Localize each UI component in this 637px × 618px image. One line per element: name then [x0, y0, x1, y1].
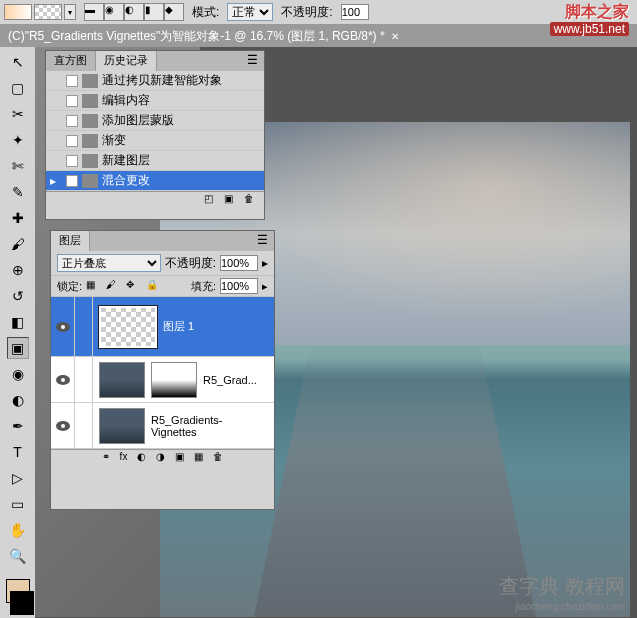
gradient-preview-group: ▾ — [4, 4, 76, 20]
close-tab-icon[interactable]: ✕ — [391, 31, 399, 42]
history-item[interactable]: 添加图层蒙版 — [46, 111, 264, 131]
path-tool[interactable]: ▷ — [7, 467, 29, 489]
layer-mask-thumbnail[interactable] — [151, 362, 197, 398]
lock-all-icon[interactable]: 🔒 — [146, 279, 162, 293]
history-item[interactable]: 渐变 — [46, 131, 264, 151]
trash-icon[interactable]: 🗑 — [244, 193, 260, 207]
gradient-type-buttons: ▬ ◉ ◐ ▮ ◆ — [84, 3, 184, 21]
document-tab[interactable]: (C)"R5_Gradients Vignettes"为智能对象-1 @ 16.… — [0, 25, 637, 47]
gradient-picker-dropdown[interactable]: ▾ — [64, 4, 76, 20]
hand-tool[interactable]: ✋ — [7, 519, 29, 541]
layers-footer: ⚭ fx ◐ ◑ ▣ ▦ 🗑 — [51, 449, 274, 467]
layers-list: 图层 1 R5_Grad... R5_Gradients-Vignettes — [51, 297, 274, 449]
tools-panel: ↖ ▢ ✂ ✦ ✄ ✎ ✚ 🖌 ⊕ ↺ ◧ ▣ ◉ ◐ ✒ T ▷ ▭ ✋ 🔍 — [0, 47, 35, 618]
history-brush-tool[interactable]: ↺ — [7, 285, 29, 307]
stamp-tool[interactable]: ⊕ — [7, 259, 29, 281]
visibility-icon[interactable] — [56, 421, 70, 431]
layer-fx-icon[interactable]: fx — [120, 451, 128, 466]
history-item-current[interactable]: ▸混合更改 — [46, 171, 264, 191]
scrubby-icon[interactable]: ▸ — [262, 280, 268, 293]
eyedropper-tool[interactable]: ✎ — [7, 181, 29, 203]
history-item[interactable]: 新建图层 — [46, 151, 264, 171]
blend-mode-select[interactable]: 正常 — [227, 3, 273, 21]
layers-panel: 图层 ☰ 正片叠底 不透明度: ▸ 锁定: ▦ 🖌 ✥ 🔒 填充: ▸ 图层 1 — [50, 230, 275, 510]
fill-label: 填充: — [191, 279, 216, 294]
move-tool[interactable]: ↖ — [7, 51, 29, 73]
visibility-icon[interactable] — [56, 322, 70, 332]
history-tab[interactable]: 历史记录 — [96, 51, 157, 71]
reflected-gradient-button[interactable]: ▮ — [144, 3, 164, 21]
layers-tab[interactable]: 图层 — [51, 231, 90, 251]
layer-thumbnail[interactable] — [99, 306, 157, 348]
lock-position-icon[interactable]: ✥ — [126, 279, 142, 293]
panel-menu-icon[interactable]: ☰ — [241, 51, 264, 71]
wand-tool[interactable]: ✦ — [7, 129, 29, 151]
layer-row[interactable]: R5_Gradients-Vignettes — [51, 403, 274, 449]
lock-label: 锁定: — [57, 279, 82, 294]
lock-transparency-icon[interactable]: ▦ — [86, 279, 102, 293]
blur-tool[interactable]: ◉ — [7, 363, 29, 385]
histogram-tab[interactable]: 直方图 — [46, 51, 96, 71]
trash-icon[interactable]: 🗑 — [213, 451, 223, 466]
layer-opacity-input[interactable] — [220, 255, 258, 271]
type-tool[interactable]: T — [7, 441, 29, 463]
brush-tool[interactable]: 🖌 — [7, 233, 29, 255]
fill-input[interactable] — [220, 278, 258, 294]
opacity-input[interactable] — [341, 4, 369, 20]
layer-name[interactable]: R5_Grad... — [203, 374, 257, 386]
group-icon[interactable]: ▣ — [175, 451, 184, 466]
history-footer: ◰ ▣ 🗑 — [46, 191, 264, 207]
linear-gradient-button[interactable]: ▬ — [84, 3, 104, 21]
dodge-tool[interactable]: ◐ — [7, 389, 29, 411]
panel-menu-icon[interactable]: ☰ — [251, 231, 274, 251]
gradient-tool[interactable]: ▣ — [7, 337, 29, 359]
document-title: (C)"R5_Gradients Vignettes"为智能对象-1 @ 16.… — [8, 28, 385, 45]
layer-mask-icon[interactable]: ◐ — [137, 451, 146, 466]
mode-label: 模式: — [192, 4, 219, 21]
adjustment-layer-icon[interactable]: ◑ — [156, 451, 165, 466]
history-item[interactable]: 编辑内容 — [46, 91, 264, 111]
background-color[interactable] — [10, 591, 34, 615]
radial-gradient-button[interactable]: ◉ — [104, 3, 124, 21]
healing-tool[interactable]: ✚ — [7, 207, 29, 229]
history-list: 通过拷贝新建智能对象 编辑内容 添加图层蒙版 渐变 新建图层 ▸混合更改 — [46, 71, 264, 191]
layer-name[interactable]: 图层 1 — [163, 319, 194, 334]
gradient-swatch-alpha[interactable] — [34, 4, 62, 20]
layer-name[interactable]: R5_Gradients-Vignettes — [151, 414, 268, 438]
pen-tool[interactable]: ✒ — [7, 415, 29, 437]
crop-tool[interactable]: ✄ — [7, 155, 29, 177]
gradient-swatch[interactable] — [4, 4, 32, 20]
layer-blend-mode-select[interactable]: 正片叠底 — [57, 254, 161, 272]
layer-opacity-label: 不透明度: — [165, 255, 216, 272]
new-layer-icon[interactable]: ▦ — [194, 451, 203, 466]
layer-row[interactable]: R5_Grad... — [51, 357, 274, 403]
layer-row[interactable]: 图层 1 — [51, 297, 274, 357]
angle-gradient-button[interactable]: ◐ — [124, 3, 144, 21]
layer-thumbnail[interactable] — [99, 408, 145, 444]
opacity-label: 不透明度: — [281, 4, 332, 21]
history-item[interactable]: 通过拷贝新建智能对象 — [46, 71, 264, 91]
history-panel: 直方图 历史记录 ☰ 通过拷贝新建智能对象 编辑内容 添加图层蒙版 渐变 新建图… — [45, 50, 265, 220]
shape-tool[interactable]: ▭ — [7, 493, 29, 515]
lasso-tool[interactable]: ✂ — [7, 103, 29, 125]
layer-thumbnail[interactable] — [99, 362, 145, 398]
link-layers-icon[interactable]: ⚭ — [102, 451, 110, 466]
new-doc-icon[interactable]: ▣ — [224, 193, 240, 207]
diamond-gradient-button[interactable]: ◆ — [164, 3, 184, 21]
eraser-tool[interactable]: ◧ — [7, 311, 29, 333]
options-bar: ▾ ▬ ◉ ◐ ▮ ◆ 模式: 正常 不透明度: — [0, 0, 637, 25]
lock-pixels-icon[interactable]: 🖌 — [106, 279, 122, 293]
scrubby-icon[interactable]: ▸ — [262, 256, 268, 270]
marquee-tool[interactable]: ▢ — [7, 77, 29, 99]
new-snapshot-icon[interactable]: ◰ — [204, 193, 220, 207]
zoom-tool[interactable]: 🔍 — [7, 545, 29, 567]
visibility-icon[interactable] — [56, 375, 70, 385]
